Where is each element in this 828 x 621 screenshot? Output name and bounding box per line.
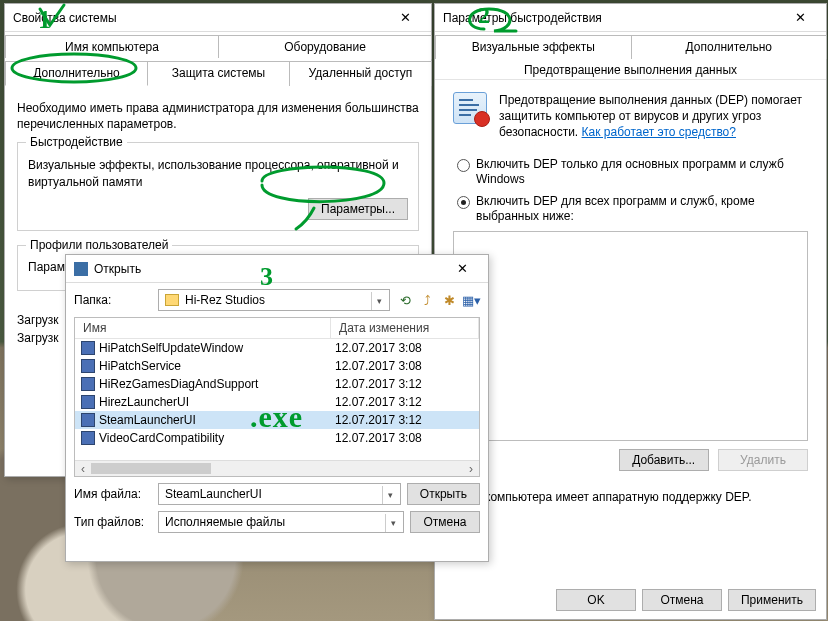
file-date: 12.07.2017 3:08 (331, 341, 479, 355)
folder-row: Папка: Hi-Rez Studios ▾ ⟲ ⤴ ✱ ▦▾ (74, 289, 480, 311)
tab-advanced[interactable]: Дополнительно (5, 61, 148, 86)
folder-combo[interactable]: Hi-Rez Studios ▾ (158, 289, 390, 311)
dep-add-button[interactable]: Добавить... (619, 449, 709, 471)
back-icon[interactable]: ⟲ (396, 291, 414, 309)
file-date: 12.07.2017 3:12 (331, 413, 479, 427)
file-date: 12.07.2017 3:08 (331, 359, 479, 373)
exe-file-icon (81, 431, 95, 445)
apply-button[interactable]: Применить (728, 589, 816, 611)
dep-description: Предотвращение выполнения данных (DEP) п… (499, 92, 808, 141)
scroll-right-icon[interactable]: › (463, 461, 479, 476)
file-name: VideoCardCompatibility (99, 431, 224, 445)
file-row[interactable]: HirezLauncherUI12.07.2017 3:12 (75, 393, 479, 411)
file-row[interactable]: VideoCardCompatibility12.07.2017 3:08 (75, 429, 479, 447)
cancel-button[interactable]: Отмена (642, 589, 722, 611)
dialog-app-icon (74, 262, 88, 276)
dep-exclusion-list[interactable] (453, 231, 808, 441)
file-row[interactable]: SteamLauncherUI12.07.2017 3:12 (75, 411, 479, 429)
file-name: HiPatchService (99, 359, 181, 373)
exe-file-icon (81, 359, 95, 373)
dep-option-all-label: Включить DEP для всех программ и служб, … (476, 194, 808, 225)
win2-titlebar[interactable]: Параметры быстродействия ✕ (435, 4, 826, 32)
folder-toolbar: ⟲ ⤴ ✱ ▦▾ (396, 291, 480, 309)
tab-remote[interactable]: Удаленный доступ (289, 61, 432, 86)
filename-value: SteamLauncherUI (165, 487, 262, 501)
exe-file-icon (81, 341, 95, 355)
chevron-down-icon[interactable]: ▾ (371, 292, 387, 310)
folder-label: Папка: (74, 293, 152, 307)
col-date[interactable]: Дата изменения (331, 318, 479, 338)
tab-hardware[interactable]: Оборудование (218, 35, 432, 59)
open-button[interactable]: Открыть (407, 483, 480, 505)
dep-hw-note: этого компьютера имеет аппаратную поддер… (453, 489, 808, 505)
win1-intro: Необходимо иметь права администратора дл… (17, 100, 419, 132)
dep-hw-note-text: этого компьютера имеет аппаратную поддер… (453, 490, 752, 504)
views-icon[interactable]: ▦▾ (462, 291, 480, 309)
win2-title: Параметры быстродействия (443, 11, 780, 25)
col-name[interactable]: Имя (75, 318, 331, 338)
exe-file-icon (81, 377, 95, 391)
file-date: 12.07.2017 3:12 (331, 377, 479, 391)
exe-file-icon (81, 413, 95, 427)
dep-shield-icon (453, 92, 487, 124)
group-performance-title: Быстродействие (26, 135, 127, 149)
scroll-thumb[interactable] (91, 463, 211, 474)
radio-icon[interactable] (457, 159, 470, 172)
group-profiles-title: Профили пользователей (26, 238, 172, 252)
filetype-label: Тип файлов: (74, 515, 152, 529)
tab-computer-name[interactable]: Имя компьютера (5, 35, 219, 59)
filetype-value: Исполняемые файлы (165, 515, 285, 529)
filetype-combo[interactable]: Исполняемые файлы ▾ (158, 511, 404, 533)
file-row[interactable]: HiPatchSelfUpdateWindow12.07.2017 3:08 (75, 339, 479, 357)
tab-visual-effects[interactable]: Визуальные эффекты (435, 35, 632, 59)
dep-option-essential-label: Включить DEP только для основных програм… (476, 157, 808, 188)
file-date: 12.07.2017 3:08 (331, 431, 479, 445)
tab-advanced2[interactable]: Дополнительно (631, 35, 828, 59)
tab-dep[interactable]: Предотвращение выполнения данных (435, 59, 826, 80)
win3-close-icon[interactable]: ✕ (442, 256, 482, 282)
scroll-left-icon[interactable]: ‹ (75, 461, 91, 476)
perf-desc: Визуальные эффекты, использование процес… (28, 157, 408, 189)
folder-icon (165, 294, 179, 306)
win2-tabs: Визуальные эффекты Дополнительно (435, 32, 826, 59)
file-list[interactable]: Имя Дата изменения HiPatchSelfUpdateWind… (74, 317, 480, 477)
win1-tabs-row2: Дополнительно Защита системы Удаленный д… (5, 58, 431, 86)
file-date: 12.07.2017 3:12 (331, 395, 479, 409)
win2-body: Предотвращение выполнения данных (DEP) п… (435, 80, 826, 505)
scroll-track[interactable] (91, 461, 463, 476)
perf-settings-button[interactable]: Параметры... (308, 198, 408, 220)
win1-tabs-row1: Имя компьютера Оборудование (5, 32, 431, 59)
ok-button[interactable]: OK (556, 589, 636, 611)
win1-close-icon[interactable]: ✕ (385, 5, 425, 31)
file-name: SteamLauncherUI (99, 413, 196, 427)
tab-system-protection[interactable]: Защита системы (147, 61, 290, 86)
new-folder-icon[interactable]: ✱ (440, 291, 458, 309)
win1-title: Свойства системы (13, 11, 385, 25)
win2-close-icon[interactable]: ✕ (780, 5, 820, 31)
radio-checked-icon[interactable] (457, 196, 470, 209)
chevron-down-icon[interactable]: ▾ (382, 486, 398, 504)
dep-option-all[interactable]: Включить DEP для всех программ и служб, … (457, 194, 808, 225)
file-row[interactable]: HiPatchService12.07.2017 3:08 (75, 357, 479, 375)
filename-label: Имя файла: (74, 487, 152, 501)
open-file-dialog: Открыть ✕ Папка: Hi-Rez Studios ▾ ⟲ ⤴ ✱ … (65, 254, 489, 562)
horizontal-scrollbar[interactable]: ‹ › (75, 460, 479, 476)
dep-howitworks-link[interactable]: Как работает это средство? (582, 125, 736, 139)
filename-row: Имя файла: SteamLauncherUI ▾ Открыть (74, 483, 480, 505)
dep-remove-button: Удалить (718, 449, 808, 471)
chevron-down-icon[interactable]: ▾ (385, 514, 401, 532)
dep-option-essential[interactable]: Включить DEP только для основных програм… (457, 157, 808, 188)
filename-input[interactable]: SteamLauncherUI ▾ (158, 483, 401, 505)
win1-titlebar[interactable]: Свойства системы ✕ (5, 4, 431, 32)
win3-title: Открыть (94, 262, 442, 276)
file-list-header[interactable]: Имя Дата изменения (75, 318, 479, 339)
filetype-row: Тип файлов: Исполняемые файлы ▾ Отмена (74, 511, 480, 533)
cancel-open-button[interactable]: Отмена (410, 511, 480, 533)
performance-options-window: Параметры быстродействия ✕ Визуальные эф… (434, 3, 827, 620)
file-row[interactable]: HiRezGamesDiagAndSupport12.07.2017 3:12 (75, 375, 479, 393)
win3-titlebar[interactable]: Открыть ✕ (66, 255, 488, 283)
group-performance: Быстродействие Визуальные эффекты, испол… (17, 142, 419, 230)
win2-footer: OK Отмена Применить (556, 589, 816, 611)
up-folder-icon[interactable]: ⤴ (418, 291, 436, 309)
folder-value: Hi-Rez Studios (185, 293, 265, 307)
